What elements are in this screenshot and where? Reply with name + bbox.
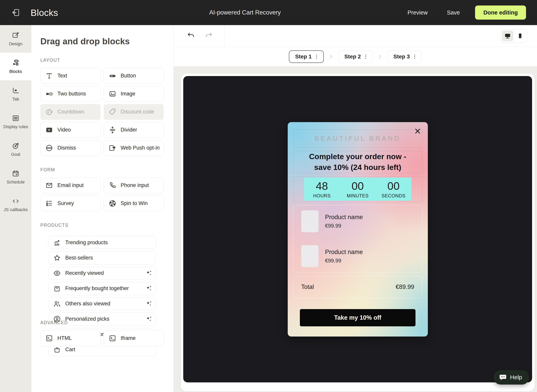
block-tile-dismiss[interactable]: Dismiss: [40, 140, 101, 156]
sidebar-item-tab[interactable]: Tab: [0, 80, 31, 108]
redo-icon: [204, 31, 213, 40]
block-tile-video[interactable]: Video: [40, 122, 101, 138]
block-tile-label: Iframe: [121, 335, 136, 341]
block-tile-label: Countdown: [57, 109, 84, 115]
code-icon: [109, 334, 117, 342]
close-icon[interactable]: [413, 127, 422, 135]
page-title: Blocks: [31, 7, 58, 18]
product-thumbnail: [301, 210, 318, 232]
save-button[interactable]: Save: [447, 9, 460, 16]
chevron-right-icon: [377, 54, 383, 60]
device-button-desktop[interactable]: [502, 31, 513, 41]
block-tile-image[interactable]: Image: [104, 86, 164, 102]
section-label-products: PRODUCTS: [40, 223, 164, 228]
countdown-value: 48: [316, 180, 328, 192]
block-tile-label: Discount code: [121, 109, 154, 115]
sidebar-item-label: Blocks: [9, 69, 22, 74]
block-tile-label: Others also viewed: [65, 301, 110, 307]
tab-icon: [12, 87, 20, 94]
email-icon: [45, 182, 53, 189]
dismiss-icon: [45, 144, 53, 152]
device-button-mobile[interactable]: [514, 31, 526, 41]
help-button[interactable]: Help: [494, 370, 529, 385]
step-tab-1[interactable]: Step 1: [289, 50, 324, 63]
spin-to-win-icon: [109, 200, 117, 207]
button-icon: [109, 72, 117, 80]
schedule-icon: [12, 169, 20, 177]
total-value: €89.99: [396, 283, 414, 290]
block-tile-text[interactable]: Text: [40, 68, 101, 84]
block-tile-divider[interactable]: Divider: [104, 122, 164, 138]
image-icon: [109, 90, 117, 98]
total-block[interactable]: Total €89.99: [293, 276, 422, 298]
done-editing-button[interactable]: Done editing: [475, 5, 526, 20]
block-tile-others-also-viewed[interactable]: Others also viewed: [48, 297, 156, 310]
product-price: €99.99: [325, 223, 363, 229]
brand-block[interactable]: BEAUTIFUL BRAND: [293, 130, 422, 148]
sidebar-item-js-callbacks[interactable]: JS callbacks: [0, 191, 31, 219]
product-info: Product name€99.99: [325, 248, 363, 264]
block-tile-html[interactable]: HTML: [40, 331, 101, 346]
block-tile-spin-to-win[interactable]: Spin to Win: [104, 196, 164, 211]
block-tile-iframe[interactable]: Iframe: [104, 331, 164, 346]
bag-icon: [53, 285, 61, 292]
block-tile-best-sellers[interactable]: Best-sellers: [48, 252, 156, 264]
star-icon: [53, 254, 61, 262]
sidebar-item-schedule[interactable]: Schedule: [0, 163, 31, 191]
step-label: Step 2: [344, 53, 361, 60]
block-tile-email-input[interactable]: Email input: [40, 177, 101, 193]
exit-editor-icon[interactable]: [11, 8, 20, 17]
step-tab-2[interactable]: Step 2: [338, 50, 373, 63]
survey-icon: [45, 200, 53, 207]
block-tile-label: Dismiss: [57, 145, 76, 151]
js-callbacks-icon: [12, 197, 20, 205]
headline-block[interactable]: Complete your order now - save 10% (24 h…: [293, 151, 422, 173]
countdown-unit: 48HOURS: [304, 180, 340, 199]
kebab-icon[interactable]: [363, 54, 369, 60]
block-tile-countdown: Countdown: [40, 104, 101, 120]
design-icon: [12, 31, 20, 39]
products-block[interactable]: Product name€99.99Product name€99.99: [293, 205, 422, 272]
block-groups: LAYOUTTextButtonTwo buttonsImageCountdow…: [40, 58, 164, 346]
top-bar: Blocks AI-powered Cart Recovery Preview …: [0, 0, 537, 25]
popup-preview: BEAUTIFUL BRAND Complete your order now …: [288, 122, 428, 336]
section-label-form: FORM: [40, 167, 164, 173]
block-tile-frequently-bought-together[interactable]: Frequently bought together: [48, 282, 156, 295]
discount-code-icon: [109, 108, 117, 116]
kebab-icon[interactable]: [313, 54, 319, 60]
block-tile-web-push-opt-in[interactable]: Web Push opt-in: [104, 140, 164, 156]
popup-editor-app: Blocks AI-powered Cart Recovery Preview …: [0, 0, 537, 392]
cart-icon: [53, 346, 61, 354]
countdown-block[interactable]: 48HOURS00MINUTES00SECONDS: [293, 176, 422, 202]
step-label: Step 3: [393, 53, 410, 60]
block-tile-trending-products[interactable]: Trending products: [48, 236, 156, 249]
divider-icon: [109, 126, 117, 134]
cta-button[interactable]: Take my 10% off: [300, 309, 416, 326]
sidebar-item-blocks[interactable]: Blocks: [0, 53, 31, 80]
steps-row: Step 1Step 2Step 3: [174, 47, 537, 66]
eye-icon: [53, 269, 61, 277]
block-tile-two-buttons[interactable]: Two buttons: [40, 86, 101, 102]
sidebar-item-label: Tab: [12, 97, 19, 102]
kebab-icon[interactable]: [412, 54, 418, 60]
sidebar-item-label: Design: [9, 41, 22, 47]
countdown-label: MINUTES: [347, 193, 369, 199]
product-info: Product name€99.99: [325, 214, 363, 229]
preview-button[interactable]: Preview: [407, 9, 428, 16]
undo-icon[interactable]: [187, 31, 196, 40]
block-tile-phone-input[interactable]: Phone input: [104, 177, 164, 193]
product-row: Product name€99.99: [301, 210, 414, 232]
block-tile-recently-viewed[interactable]: Recently viewed: [48, 267, 156, 280]
sidebar-item-display-rules[interactable]: Display rules: [0, 108, 31, 136]
toolbar-divider: [224, 25, 224, 47]
sparkles-icon: [145, 315, 153, 323]
sidebar-item-goal[interactable]: Goal: [0, 136, 31, 163]
block-tile-survey[interactable]: Survey: [40, 196, 101, 211]
sidebar-item-design[interactable]: Design: [0, 25, 31, 53]
block-tile-label: Two buttons: [57, 91, 86, 97]
block-tile-label: Email input: [57, 182, 84, 189]
canvas-toolbar: [174, 25, 537, 47]
step-tab-3[interactable]: Step 3: [387, 50, 422, 63]
block-tile-button[interactable]: Button: [104, 68, 164, 84]
total-label: Total: [301, 283, 314, 290]
